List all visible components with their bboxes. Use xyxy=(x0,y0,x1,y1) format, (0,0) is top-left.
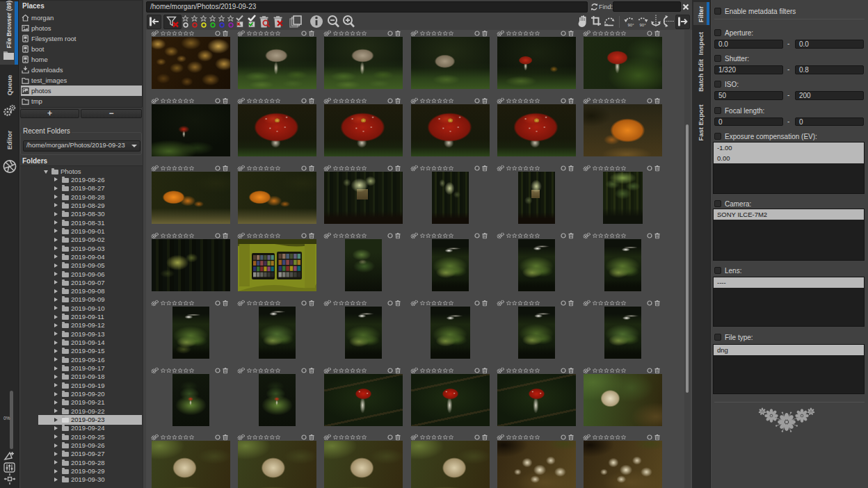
svg-text:90°: 90° xyxy=(628,23,635,27)
svg-text:90°: 90° xyxy=(640,23,647,27)
